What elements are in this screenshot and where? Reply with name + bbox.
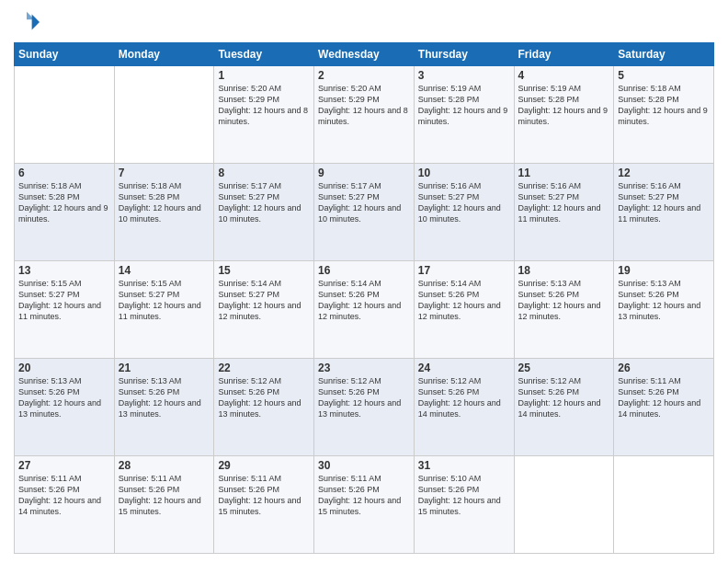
- cell-info: Sunrise: 5:14 AM Sunset: 5:27 PM Dayligh…: [218, 278, 310, 323]
- calendar-cell: 27Sunrise: 5:11 AM Sunset: 5:26 PM Dayli…: [15, 456, 115, 554]
- svg-marker-1: [27, 12, 34, 19]
- cell-info: Sunrise: 5:13 AM Sunset: 5:26 PM Dayligh…: [518, 278, 610, 323]
- day-number: 30: [318, 459, 410, 472]
- calendar-cell: 23Sunrise: 5:12 AM Sunset: 5:26 PM Dayli…: [314, 359, 415, 456]
- cell-info: Sunrise: 5:13 AM Sunset: 5:26 PM Dayligh…: [18, 375, 110, 420]
- header-day-monday: Monday: [114, 43, 214, 66]
- calendar-cell: 3Sunrise: 5:19 AM Sunset: 5:28 PM Daylig…: [414, 66, 514, 164]
- cell-info: Sunrise: 5:20 AM Sunset: 5:29 PM Dayligh…: [318, 83, 410, 128]
- calendar-cell: 31Sunrise: 5:10 AM Sunset: 5:26 PM Dayli…: [414, 456, 514, 554]
- cell-info: Sunrise: 5:15 AM Sunset: 5:27 PM Dayligh…: [18, 278, 110, 323]
- calendar-cell: 25Sunrise: 5:12 AM Sunset: 5:26 PM Dayli…: [514, 359, 614, 456]
- cell-info: Sunrise: 5:12 AM Sunset: 5:26 PM Dayligh…: [318, 375, 410, 420]
- calendar-cell: 22Sunrise: 5:12 AM Sunset: 5:26 PM Dayli…: [214, 359, 314, 456]
- header-day-tuesday: Tuesday: [214, 43, 314, 66]
- cell-info: Sunrise: 5:20 AM Sunset: 5:29 PM Dayligh…: [218, 83, 310, 128]
- day-number: 13: [18, 264, 110, 277]
- calendar-cell: 12Sunrise: 5:16 AM Sunset: 5:27 PM Dayli…: [614, 164, 714, 261]
- header-row: SundayMondayTuesdayWednesdayThursdayFrid…: [15, 43, 714, 66]
- day-number: 5: [618, 69, 710, 82]
- calendar-cell: 5Sunrise: 5:18 AM Sunset: 5:28 PM Daylig…: [614, 66, 714, 164]
- day-number: 21: [119, 362, 210, 374]
- cell-info: Sunrise: 5:15 AM Sunset: 5:27 PM Dayligh…: [119, 278, 210, 323]
- calendar-cell: 9Sunrise: 5:17 AM Sunset: 5:27 PM Daylig…: [314, 164, 415, 261]
- calendar-cell: 11Sunrise: 5:16 AM Sunset: 5:27 PM Dayli…: [514, 164, 614, 261]
- logo: [14, 9, 43, 35]
- calendar-cell: 30Sunrise: 5:11 AM Sunset: 5:26 PM Dayli…: [314, 456, 415, 554]
- calendar-cell: 19Sunrise: 5:13 AM Sunset: 5:26 PM Dayli…: [614, 261, 714, 359]
- day-number: 19: [618, 264, 710, 277]
- week-row-1: 1Sunrise: 5:20 AM Sunset: 5:29 PM Daylig…: [15, 66, 714, 164]
- cell-info: Sunrise: 5:11 AM Sunset: 5:26 PM Dayligh…: [318, 473, 410, 518]
- calendar-cell: 6Sunrise: 5:18 AM Sunset: 5:28 PM Daylig…: [15, 164, 115, 261]
- cell-info: Sunrise: 5:12 AM Sunset: 5:26 PM Dayligh…: [218, 375, 310, 420]
- cell-info: Sunrise: 5:16 AM Sunset: 5:27 PM Dayligh…: [618, 180, 710, 225]
- cell-info: Sunrise: 5:17 AM Sunset: 5:27 PM Dayligh…: [318, 180, 410, 225]
- cell-info: Sunrise: 5:18 AM Sunset: 5:28 PM Dayligh…: [18, 180, 110, 225]
- day-number: 4: [518, 69, 610, 82]
- day-number: 20: [18, 362, 110, 374]
- logo-icon: [14, 9, 40, 35]
- day-number: 27: [18, 459, 110, 472]
- day-number: 9: [318, 167, 410, 179]
- day-number: 3: [418, 69, 510, 82]
- day-number: 6: [18, 167, 110, 179]
- day-number: 22: [218, 362, 310, 374]
- calendar-cell: 20Sunrise: 5:13 AM Sunset: 5:26 PM Dayli…: [15, 359, 115, 456]
- cell-info: Sunrise: 5:13 AM Sunset: 5:26 PM Dayligh…: [618, 278, 710, 323]
- week-row-5: 27Sunrise: 5:11 AM Sunset: 5:26 PM Dayli…: [15, 456, 714, 554]
- calendar-cell: 2Sunrise: 5:20 AM Sunset: 5:29 PM Daylig…: [314, 66, 415, 164]
- cell-info: Sunrise: 5:11 AM Sunset: 5:26 PM Dayligh…: [18, 473, 110, 518]
- page: SundayMondayTuesdayWednesdayThursdayFrid…: [0, 0, 728, 563]
- cell-info: Sunrise: 5:10 AM Sunset: 5:26 PM Dayligh…: [418, 473, 510, 518]
- cell-info: Sunrise: 5:19 AM Sunset: 5:28 PM Dayligh…: [418, 83, 510, 128]
- cell-info: Sunrise: 5:16 AM Sunset: 5:27 PM Dayligh…: [418, 180, 510, 225]
- day-number: 29: [218, 459, 310, 472]
- week-row-2: 6Sunrise: 5:18 AM Sunset: 5:28 PM Daylig…: [15, 164, 714, 261]
- calendar-cell: 29Sunrise: 5:11 AM Sunset: 5:26 PM Dayli…: [214, 456, 314, 554]
- day-number: 25: [518, 362, 610, 374]
- day-number: 16: [318, 264, 410, 277]
- day-number: 2: [318, 69, 410, 82]
- day-number: 10: [418, 167, 510, 179]
- header-day-wednesday: Wednesday: [314, 43, 415, 66]
- week-row-4: 20Sunrise: 5:13 AM Sunset: 5:26 PM Dayli…: [15, 359, 714, 456]
- day-number: 14: [119, 264, 210, 277]
- day-number: 28: [119, 459, 210, 472]
- header-day-saturday: Saturday: [614, 43, 714, 66]
- day-number: 7: [119, 167, 210, 179]
- calendar-cell: 24Sunrise: 5:12 AM Sunset: 5:26 PM Dayli…: [414, 359, 514, 456]
- calendar-cell: 8Sunrise: 5:17 AM Sunset: 5:27 PM Daylig…: [214, 164, 314, 261]
- svg-marker-0: [32, 15, 40, 30]
- header-day-friday: Friday: [514, 43, 614, 66]
- day-number: 18: [518, 264, 610, 277]
- calendar-cell: 16Sunrise: 5:14 AM Sunset: 5:26 PM Dayli…: [314, 261, 415, 359]
- calendar-cell: 15Sunrise: 5:14 AM Sunset: 5:27 PM Dayli…: [214, 261, 314, 359]
- calendar-cell: [614, 456, 714, 554]
- header-day-thursday: Thursday: [414, 43, 514, 66]
- calendar-cell: 17Sunrise: 5:14 AM Sunset: 5:26 PM Dayli…: [414, 261, 514, 359]
- cell-info: Sunrise: 5:14 AM Sunset: 5:26 PM Dayligh…: [318, 278, 410, 323]
- day-number: 12: [618, 167, 710, 179]
- header: [14, 9, 714, 35]
- cell-info: Sunrise: 5:11 AM Sunset: 5:26 PM Dayligh…: [218, 473, 310, 518]
- cell-info: Sunrise: 5:17 AM Sunset: 5:27 PM Dayligh…: [218, 180, 310, 225]
- calendar-cell: [514, 456, 614, 554]
- day-number: 24: [418, 362, 510, 374]
- calendar-cell: 18Sunrise: 5:13 AM Sunset: 5:26 PM Dayli…: [514, 261, 614, 359]
- day-number: 1: [218, 69, 310, 82]
- cell-info: Sunrise: 5:19 AM Sunset: 5:28 PM Dayligh…: [518, 83, 610, 128]
- cell-info: Sunrise: 5:14 AM Sunset: 5:26 PM Dayligh…: [418, 278, 510, 323]
- day-number: 31: [418, 459, 510, 472]
- day-number: 15: [218, 264, 310, 277]
- header-day-sunday: Sunday: [15, 43, 115, 66]
- cell-info: Sunrise: 5:13 AM Sunset: 5:26 PM Dayligh…: [119, 375, 210, 420]
- calendar-cell: 1Sunrise: 5:20 AM Sunset: 5:29 PM Daylig…: [214, 66, 314, 164]
- calendar-cell: 13Sunrise: 5:15 AM Sunset: 5:27 PM Dayli…: [15, 261, 115, 359]
- day-number: 17: [418, 264, 510, 277]
- cell-info: Sunrise: 5:12 AM Sunset: 5:26 PM Dayligh…: [518, 375, 610, 420]
- cell-info: Sunrise: 5:11 AM Sunset: 5:26 PM Dayligh…: [618, 375, 710, 420]
- calendar-cell: 7Sunrise: 5:18 AM Sunset: 5:28 PM Daylig…: [114, 164, 214, 261]
- calendar-cell: [114, 66, 214, 164]
- calendar-cell: 21Sunrise: 5:13 AM Sunset: 5:26 PM Dayli…: [114, 359, 214, 456]
